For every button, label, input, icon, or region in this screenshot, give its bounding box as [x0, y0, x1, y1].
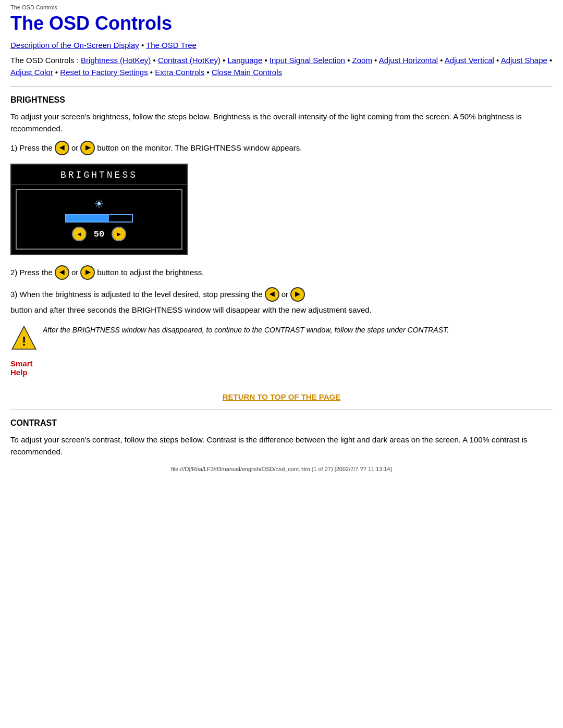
- return-link-anchor[interactable]: RETURN TO TOP OF THE PAGE: [223, 392, 340, 401]
- breadcrumb-prefix: The OSD Controls :: [10, 56, 79, 65]
- return-to-top: RETURN TO TOP OF THE PAGE: [10, 392, 553, 401]
- bc-extra-controls[interactable]: Extra Controls: [155, 68, 204, 77]
- left-button-icon: [55, 141, 69, 155]
- contrast-intro: To adjust your screen's contrast, follow…: [10, 434, 553, 458]
- step3-left-icon: [265, 287, 279, 302]
- bc-adjust-horizontal[interactable]: Adjust Horizontal: [379, 56, 438, 65]
- bc-adjust-color[interactable]: Adjust Color: [10, 68, 53, 77]
- brightness-controls: 50: [72, 227, 126, 241]
- brightness-bar: [65, 214, 133, 223]
- bc-adjust-shape[interactable]: Adjust Shape: [501, 56, 547, 65]
- step-2: 2) Press the or button to adjust the bri…: [10, 265, 553, 280]
- step3-suffix: button and after three seconds the BRIGH…: [10, 304, 372, 316]
- warning-text: After the BRIGHTNESS window has disappea…: [43, 326, 449, 334]
- brightness-bar-fill: [66, 215, 109, 221]
- step1-prefix: 1) Press the: [10, 142, 53, 154]
- right-button-icon: [80, 141, 95, 155]
- smart-help-label: SmartHelp: [10, 359, 553, 377]
- brightness-value: 50: [94, 229, 104, 239]
- brightness-intro: To adjust your screen's brightness, foll…: [10, 111, 553, 134]
- brightness-right-btn: [112, 227, 126, 241]
- brightness-heading: BRIGHTNESS: [10, 95, 553, 105]
- step3-right-icon: [290, 287, 305, 302]
- page-heading: The OSD Controls: [10, 13, 553, 34]
- step2-left-icon: [55, 265, 69, 280]
- step2-prefix: 2) Press the: [10, 266, 53, 279]
- nav-link-osd-tree[interactable]: The OSD Tree: [146, 41, 197, 50]
- nav-link-description[interactable]: Description of the On-Screen Display: [10, 41, 139, 50]
- step-3: 3) When the brightness is adjusted to th…: [10, 287, 553, 316]
- bc-brightness[interactable]: Brightness (HotKey): [81, 56, 151, 65]
- bc-adjust-vertical[interactable]: Adjust Vertical: [445, 56, 494, 65]
- warning-triangle-icon: !: [10, 325, 38, 352]
- brightness-left-btn: [72, 227, 87, 241]
- step-1: 1) Press the or button on the monitor. T…: [10, 141, 553, 155]
- brightness-window-title: BRIGHTNESS: [11, 165, 187, 185]
- bc-close-main[interactable]: Close Main Controls: [212, 68, 282, 77]
- nav-links: Description of the On-Screen Display • T…: [10, 41, 553, 50]
- warning-block: ! After the BRIGHTNESS window has disapp…: [10, 325, 553, 352]
- step2-suffix: button to adjust the brightness.: [97, 266, 204, 279]
- divider-contrast: [10, 410, 553, 410]
- bc-reset[interactable]: Reset to Factory Settings: [60, 68, 148, 77]
- bc-zoom[interactable]: Zoom: [352, 56, 372, 65]
- svg-text:!: !: [22, 334, 26, 348]
- step1-suffix: button on the monitor. The BRIGHTNESS wi…: [97, 142, 302, 154]
- warning-text-block: After the BRIGHTNESS window has disappea…: [43, 325, 449, 336]
- brightness-window: BRIGHTNESS ☀ 50: [10, 164, 188, 255]
- bc-input-signal[interactable]: Input Signal Selection: [270, 56, 345, 65]
- step2-right-icon: [80, 265, 95, 280]
- contrast-heading: CONTRAST: [10, 418, 553, 428]
- sun-icon: ☀: [94, 199, 104, 210]
- breadcrumb: The OSD Controls : Brightness (HotKey) •…: [10, 55, 553, 78]
- brightness-window-content: ☀ 50: [16, 189, 182, 250]
- step3-prefix: 3) When the brightness is adjusted to th…: [10, 288, 263, 301]
- page-footer: file:///D|/Rita/LF3/lf3manual/english/OS…: [10, 464, 553, 472]
- browser-title: The OSD Controls: [10, 4, 553, 10]
- divider-top: [10, 87, 553, 87]
- bc-language[interactable]: Language: [228, 56, 263, 65]
- bc-contrast[interactable]: Contrast (HotKey): [158, 56, 221, 65]
